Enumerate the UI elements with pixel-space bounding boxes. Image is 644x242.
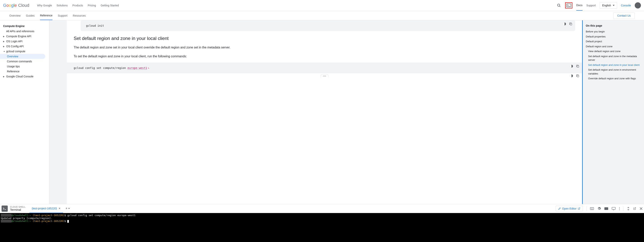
contact-us-button[interactable]: Contact Us (613, 12, 635, 19)
toc-heading: On this page (586, 24, 644, 27)
svg-rect-6 (570, 23, 572, 25)
keyboard-icon[interactable] (590, 207, 594, 210)
minimize-icon[interactable] (627, 207, 630, 210)
sidebar-item-usage-tips[interactable]: Usage tips (0, 64, 49, 69)
shell-title-group: CLOUD SHELL Terminal (10, 206, 26, 211)
svg-line-13 (579, 208, 580, 209)
sidebar-item-google-cloud-console[interactable]: ▶Google Cloud Console (0, 74, 49, 79)
web-preview-icon[interactable] (604, 207, 608, 210)
top-header: Google Cloud Why Google Solutions Produc… (0, 0, 644, 11)
cloud-shell-toggle-highlighted[interactable] (565, 2, 572, 8)
subnav-support[interactable]: Support (58, 14, 67, 20)
subnav-guides[interactable]: Guides (26, 14, 34, 20)
sidebar-item-reference[interactable]: Reference (0, 69, 49, 74)
gear-icon[interactable] (598, 207, 601, 210)
shell-tab[interactable]: (test-project-165220) ✕ (30, 204, 63, 213)
svg-point-17 (592, 208, 593, 208)
sidebar-item-compute-engine-api[interactable]: ▶Compute Engine API (0, 34, 49, 39)
pencil-icon[interactable]: ✎ (148, 67, 149, 69)
top-nav: Why Google Solutions Products Pricing Ge… (37, 4, 119, 7)
svg-line-2 (560, 6, 560, 7)
shell-title: Terminal (10, 208, 26, 211)
copy-icon[interactable] (576, 64, 580, 68)
sidebar-item-label: OS Login API (6, 40, 22, 43)
shell-toolbar: Open Editor (556, 206, 642, 212)
open-new-window-icon[interactable] (633, 207, 636, 210)
sidebar-item-label: Overview (7, 55, 18, 58)
sidebar-item-label: Google Cloud Console (6, 75, 34, 78)
chevron-down-icon (613, 5, 614, 6)
code-text: gcloud init (86, 24, 104, 27)
chevron-down-icon (68, 208, 70, 209)
console-link[interactable]: Console (621, 4, 631, 7)
paragraph-1: The default region and zone set in your … (74, 45, 575, 50)
close-icon[interactable]: ✕ (58, 207, 61, 210)
copy-icon[interactable] (576, 74, 580, 78)
top-right-controls: Docs Support English Console (556, 2, 641, 9)
more-icon[interactable] (619, 207, 620, 210)
divider (586, 206, 586, 211)
toc-item[interactable]: View default region and zone (586, 49, 644, 54)
logo-cloud-text: Cloud (18, 3, 29, 8)
paragraph-2: To set the default region and zone in yo… (74, 54, 575, 59)
google-cloud-logo[interactable]: Google Cloud (3, 3, 29, 8)
subnav-overview[interactable]: Overview (9, 14, 20, 20)
terminal-line: Updated property [compute/region]. (1, 217, 643, 220)
sidebar-item-label: Compute Engine API (6, 35, 31, 38)
toc-item[interactable]: Set default region and zone in the metad… (586, 54, 644, 63)
docs-link[interactable]: Docs (576, 4, 582, 11)
nav-products[interactable]: Products (72, 4, 83, 7)
sidebar-item-overview[interactable]: Overview (0, 54, 45, 59)
avatar[interactable] (635, 2, 641, 8)
subnav-reference[interactable]: Reference (40, 14, 52, 20)
nav-solutions[interactable]: Solutions (57, 4, 68, 7)
nav-getting-started[interactable]: Getting Started (100, 4, 119, 7)
sidebar-item-label: Usage tips (7, 65, 20, 68)
code-variable[interactable]: europe-west1 (128, 66, 147, 70)
language-selector[interactable]: English (600, 2, 617, 9)
svg-point-21 (606, 208, 607, 209)
toc-item[interactable]: Set default region and zone in your loca… (586, 63, 644, 68)
sidebar-item-all-apis-and-references[interactable]: All APIs and references (0, 29, 49, 34)
search-icon[interactable] (556, 3, 561, 8)
support-link[interactable]: Support (586, 4, 596, 7)
sidebar-item-label: gcloud compute (6, 50, 25, 53)
svg-point-15 (591, 208, 591, 208)
svg-point-26 (619, 209, 620, 210)
content-main: gcloud init Set default region and zone … (67, 20, 582, 204)
code-block-set-region: gcloud config set compute/region europe-… (67, 63, 582, 73)
drag-handle[interactable] (321, 74, 328, 77)
toc-item[interactable]: Before you begin (586, 29, 644, 34)
toc-item[interactable]: Default properties (586, 34, 644, 39)
svg-rect-22 (612, 207, 616, 209)
copy-icon[interactable] (569, 22, 572, 26)
new-tab-button[interactable]: + (65, 207, 70, 211)
sidebar-item-os-login-api[interactable]: ▶OS Login API (0, 39, 49, 44)
shell-tab-label: (test-project-165220) (32, 207, 57, 210)
open-editor-button[interactable]: Open Editor (556, 206, 583, 212)
dark-mode-icon[interactable] (570, 64, 573, 68)
nav-pricing[interactable]: Pricing (88, 4, 96, 7)
sidebar-item-common-commands[interactable]: Common commands (0, 59, 49, 64)
svg-point-1 (557, 4, 560, 6)
cloud-shell-header: CLOUD SHELL Terminal (test-project-16522… (0, 204, 644, 213)
subnav-resources[interactable]: Resources (73, 14, 86, 20)
left-sidebar: Compute Engine All APIs and references▶C… (0, 20, 49, 204)
nav-why-google[interactable]: Why Google (37, 4, 52, 7)
close-icon[interactable] (640, 207, 642, 210)
dark-mode-icon[interactable] (570, 74, 573, 78)
toc-item[interactable]: Set default region and zone in environme… (586, 67, 644, 76)
sidebar-item-os-config-api[interactable]: ▶OS Config API (0, 44, 49, 49)
devices-icon[interactable] (612, 207, 616, 210)
dark-mode-icon[interactable] (563, 22, 566, 26)
toc-item[interactable]: Override default region and zone with fl… (586, 76, 644, 81)
terminal-body[interactable]: @cloudshell:~ (test-project-165220)$ gcl… (0, 213, 644, 242)
toc-item[interactable]: Default project (586, 39, 644, 44)
sidebar-item-label: Common commands (7, 60, 32, 63)
sidebar-item-gcloud-compute[interactable]: ▼gcloud compute (0, 49, 49, 54)
code-prefix: gcloud config set compute/region (74, 66, 128, 69)
toc-item[interactable]: Default region and zone (586, 44, 644, 49)
terminal-line: @cloudshell:~ (test-project-165220)$ (1, 220, 643, 223)
tree-arrow-icon: ▶ (3, 75, 5, 78)
content-wrapper: gcloud init Set default region and zone … (49, 20, 644, 204)
